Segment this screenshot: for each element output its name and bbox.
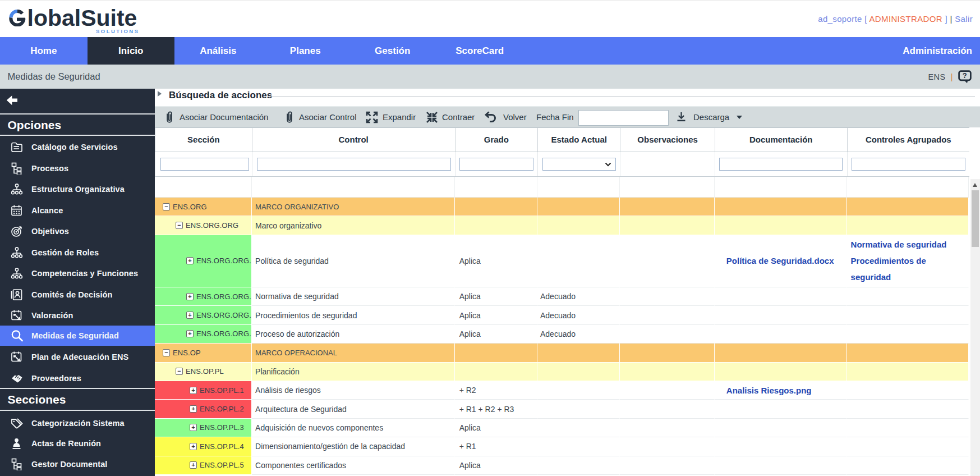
svg-text:?: ? xyxy=(963,71,967,80)
